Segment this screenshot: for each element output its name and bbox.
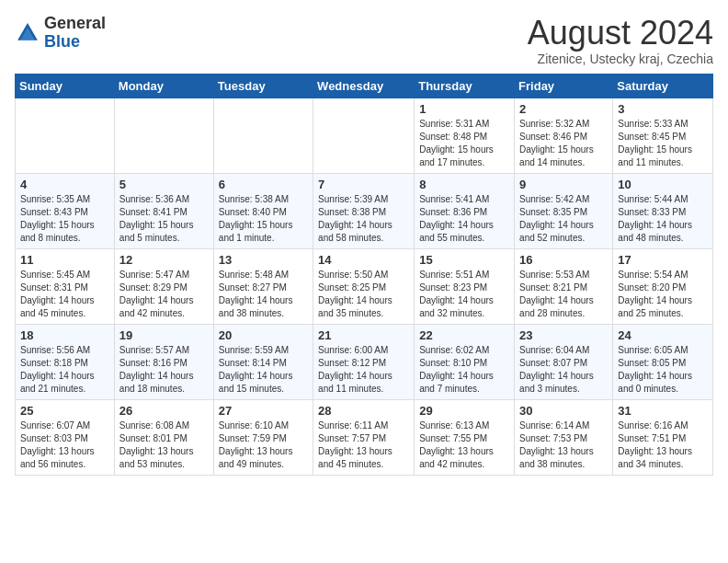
calendar-cell: 7Sunrise: 5:39 AMSunset: 8:38 PMDaylight… bbox=[313, 173, 415, 248]
logo: General Blue bbox=[15, 15, 106, 52]
day-number: 24 bbox=[618, 328, 708, 342]
calendar-cell: 10Sunrise: 5:44 AMSunset: 8:33 PMDayligh… bbox=[613, 173, 713, 248]
day-info: Sunrise: 5:56 AMSunset: 8:18 PMDaylight:… bbox=[20, 344, 109, 396]
day-number: 13 bbox=[219, 253, 308, 267]
day-number: 10 bbox=[618, 178, 708, 191]
day-number: 20 bbox=[219, 328, 308, 342]
calendar-day-header: Tuesday bbox=[213, 74, 313, 98]
calendar-cell: 4Sunrise: 5:35 AMSunset: 8:43 PMDaylight… bbox=[16, 173, 115, 248]
calendar-cell: 30Sunrise: 6:14 AMSunset: 7:53 PMDayligh… bbox=[515, 399, 613, 475]
day-info: Sunrise: 5:45 AMSunset: 8:31 PMDaylight:… bbox=[20, 269, 109, 320]
calendar-day-header: Friday bbox=[515, 74, 613, 98]
day-info: Sunrise: 6:10 AMSunset: 7:59 PMDaylight:… bbox=[219, 419, 308, 471]
day-info: Sunrise: 6:07 AMSunset: 8:03 PMDaylight:… bbox=[20, 419, 109, 471]
day-info: Sunrise: 6:04 AMSunset: 8:07 PMDaylight:… bbox=[519, 344, 608, 396]
calendar-cell: 15Sunrise: 5:51 AMSunset: 8:23 PMDayligh… bbox=[415, 248, 515, 324]
day-info: Sunrise: 6:02 AMSunset: 8:10 PMDaylight:… bbox=[419, 344, 509, 396]
day-number: 27 bbox=[219, 404, 308, 418]
calendar-week-row: 11Sunrise: 5:45 AMSunset: 8:31 PMDayligh… bbox=[16, 248, 713, 324]
calendar-cell: 24Sunrise: 6:05 AMSunset: 8:05 PMDayligh… bbox=[613, 324, 713, 399]
calendar-cell: 6Sunrise: 5:38 AMSunset: 8:40 PMDaylight… bbox=[213, 173, 313, 248]
day-info: Sunrise: 5:53 AMSunset: 8:21 PMDaylight:… bbox=[519, 269, 608, 320]
day-number: 7 bbox=[318, 178, 409, 191]
calendar-cell bbox=[16, 98, 115, 173]
day-info: Sunrise: 6:14 AMSunset: 7:53 PMDaylight:… bbox=[519, 419, 608, 471]
day-number: 26 bbox=[119, 404, 209, 418]
day-info: Sunrise: 5:32 AMSunset: 8:46 PMDaylight:… bbox=[519, 118, 608, 169]
calendar-cell: 8Sunrise: 5:41 AMSunset: 8:36 PMDaylight… bbox=[415, 173, 515, 248]
calendar-week-row: 25Sunrise: 6:07 AMSunset: 8:03 PMDayligh… bbox=[16, 399, 713, 475]
calendar-cell: 28Sunrise: 6:11 AMSunset: 7:57 PMDayligh… bbox=[313, 399, 415, 475]
day-info: Sunrise: 6:08 AMSunset: 8:01 PMDaylight:… bbox=[119, 419, 209, 471]
day-info: Sunrise: 5:54 AMSunset: 8:20 PMDaylight:… bbox=[618, 269, 708, 320]
title-block: August 2024 Zitenice, Ustecky kraj, Czec… bbox=[528, 15, 713, 66]
day-number: 17 bbox=[618, 253, 708, 267]
main-title: August 2024 bbox=[528, 15, 713, 52]
day-number: 22 bbox=[419, 328, 509, 342]
day-number: 25 bbox=[20, 404, 109, 418]
day-number: 8 bbox=[419, 178, 509, 191]
day-number: 6 bbox=[219, 178, 308, 191]
calendar-cell: 11Sunrise: 5:45 AMSunset: 8:31 PMDayligh… bbox=[16, 248, 115, 324]
day-number: 31 bbox=[618, 404, 708, 418]
header: General Blue August 2024 Zitenice, Ustec… bbox=[15, 15, 713, 66]
calendar-cell bbox=[213, 98, 313, 173]
day-info: Sunrise: 6:00 AMSunset: 8:12 PMDaylight:… bbox=[318, 344, 409, 396]
calendar-day-header: Wednesday bbox=[313, 74, 415, 98]
day-number: 15 bbox=[419, 253, 509, 267]
calendar-cell: 19Sunrise: 5:57 AMSunset: 8:16 PMDayligh… bbox=[114, 324, 213, 399]
day-info: Sunrise: 5:35 AMSunset: 8:43 PMDaylight:… bbox=[20, 193, 109, 245]
calendar-cell: 21Sunrise: 6:00 AMSunset: 8:12 PMDayligh… bbox=[313, 324, 415, 399]
day-number: 3 bbox=[618, 102, 708, 116]
day-number: 18 bbox=[20, 328, 109, 342]
calendar-cell: 25Sunrise: 6:07 AMSunset: 8:03 PMDayligh… bbox=[16, 399, 115, 475]
logo-blue-text: Blue bbox=[44, 33, 106, 52]
calendar-cell: 22Sunrise: 6:02 AMSunset: 8:10 PMDayligh… bbox=[415, 324, 515, 399]
calendar-cell: 14Sunrise: 5:50 AMSunset: 8:25 PMDayligh… bbox=[313, 248, 415, 324]
day-number: 23 bbox=[519, 328, 608, 342]
subtitle: Zitenice, Ustecky kraj, Czechia bbox=[528, 52, 713, 66]
calendar-cell: 2Sunrise: 5:32 AMSunset: 8:46 PMDaylight… bbox=[515, 98, 613, 173]
day-info: Sunrise: 5:47 AMSunset: 8:29 PMDaylight:… bbox=[119, 269, 209, 320]
day-info: Sunrise: 5:31 AMSunset: 8:48 PMDaylight:… bbox=[419, 118, 509, 169]
day-info: Sunrise: 6:05 AMSunset: 8:05 PMDaylight:… bbox=[618, 344, 708, 396]
day-number: 11 bbox=[20, 253, 109, 267]
day-info: Sunrise: 5:48 AMSunset: 8:27 PMDaylight:… bbox=[219, 269, 308, 320]
day-info: Sunrise: 5:51 AMSunset: 8:23 PMDaylight:… bbox=[419, 269, 509, 320]
day-info: Sunrise: 5:33 AMSunset: 8:45 PMDaylight:… bbox=[618, 118, 708, 169]
day-info: Sunrise: 6:16 AMSunset: 7:51 PMDaylight:… bbox=[618, 419, 708, 471]
day-number: 1 bbox=[419, 102, 509, 116]
calendar-week-row: 4Sunrise: 5:35 AMSunset: 8:43 PMDaylight… bbox=[16, 173, 713, 248]
calendar-cell: 31Sunrise: 6:16 AMSunset: 7:51 PMDayligh… bbox=[613, 399, 713, 475]
calendar-table: SundayMondayTuesdayWednesdayThursdayFrid… bbox=[15, 74, 713, 476]
calendar-header-row: SundayMondayTuesdayWednesdayThursdayFrid… bbox=[16, 74, 713, 98]
day-info: Sunrise: 5:44 AMSunset: 8:33 PMDaylight:… bbox=[618, 193, 708, 245]
page: General Blue August 2024 Zitenice, Ustec… bbox=[0, 0, 728, 490]
day-number: 5 bbox=[119, 178, 209, 191]
calendar-cell: 5Sunrise: 5:36 AMSunset: 8:41 PMDaylight… bbox=[114, 173, 213, 248]
calendar-cell: 13Sunrise: 5:48 AMSunset: 8:27 PMDayligh… bbox=[213, 248, 313, 324]
day-number: 14 bbox=[318, 253, 409, 267]
calendar-cell: 23Sunrise: 6:04 AMSunset: 8:07 PMDayligh… bbox=[515, 324, 613, 399]
day-number: 9 bbox=[519, 178, 608, 191]
calendar-day-header: Saturday bbox=[613, 74, 713, 98]
calendar-cell bbox=[114, 98, 213, 173]
day-info: Sunrise: 5:41 AMSunset: 8:36 PMDaylight:… bbox=[419, 193, 509, 245]
calendar-cell: 16Sunrise: 5:53 AMSunset: 8:21 PMDayligh… bbox=[515, 248, 613, 324]
calendar-cell: 29Sunrise: 6:13 AMSunset: 7:55 PMDayligh… bbox=[415, 399, 515, 475]
day-number: 2 bbox=[519, 102, 608, 116]
calendar-cell: 3Sunrise: 5:33 AMSunset: 8:45 PMDaylight… bbox=[613, 98, 713, 173]
day-number: 21 bbox=[318, 328, 409, 342]
calendar-cell: 17Sunrise: 5:54 AMSunset: 8:20 PMDayligh… bbox=[613, 248, 713, 324]
day-info: Sunrise: 5:59 AMSunset: 8:14 PMDaylight:… bbox=[219, 344, 308, 396]
day-info: Sunrise: 6:13 AMSunset: 7:55 PMDaylight:… bbox=[419, 419, 509, 471]
day-info: Sunrise: 5:39 AMSunset: 8:38 PMDaylight:… bbox=[318, 193, 409, 245]
day-number: 16 bbox=[519, 253, 608, 267]
calendar-day-header: Thursday bbox=[415, 74, 515, 98]
calendar-cell bbox=[313, 98, 415, 173]
day-number: 30 bbox=[519, 404, 608, 418]
day-number: 4 bbox=[20, 178, 109, 191]
day-number: 19 bbox=[119, 328, 209, 342]
logo-general-text: General bbox=[44, 15, 106, 33]
logo-text: General Blue bbox=[44, 15, 106, 52]
